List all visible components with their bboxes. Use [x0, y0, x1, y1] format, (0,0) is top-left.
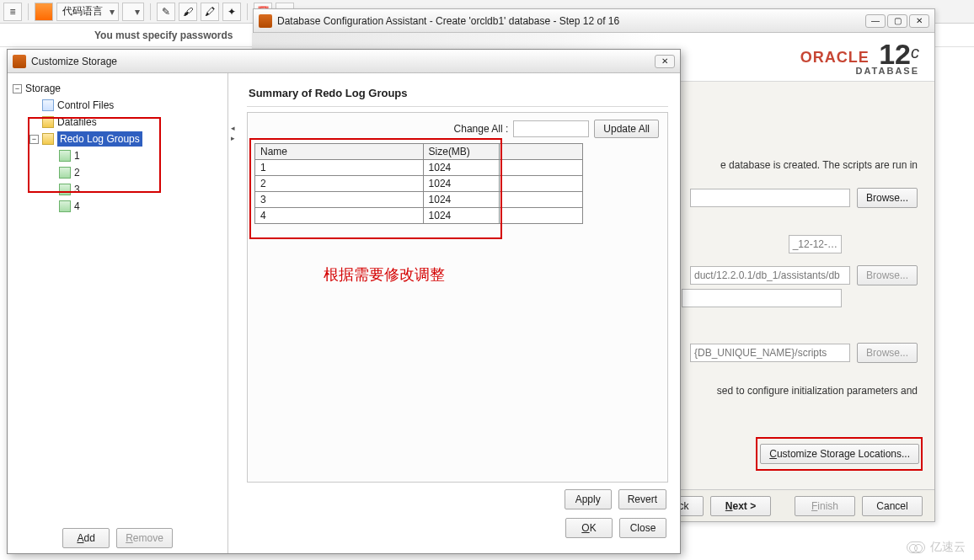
toolbar-color-icon[interactable]	[35, 3, 53, 21]
instruction-text: You must specify passwords	[94, 29, 233, 41]
revert-button[interactable]: Revert	[618, 489, 666, 509]
folder-icon	[42, 133, 54, 145]
dbca-field-date: _12-12-…	[789, 235, 842, 253]
finish-button[interactable]: Finish	[795, 496, 855, 516]
storage-tree[interactable]: − Storage Control Files Datafiles	[13, 80, 222, 215]
java-icon	[13, 55, 26, 68]
rlg-1-label: 1	[74, 148, 80, 163]
watermark-text: 亿速云	[930, 540, 966, 555]
cancel-button[interactable]: Cancel	[862, 496, 923, 516]
file-icon	[42, 99, 54, 111]
dbca-field-blank[interactable]	[682, 289, 842, 307]
change-all-input[interactable]	[513, 120, 589, 137]
rlg-children: 1 2 3 4	[46, 147, 222, 215]
watermark-icon	[907, 541, 925, 553]
oracle-brand: ORACLE	[800, 49, 870, 66]
language-combo[interactable]: 代码语言	[56, 3, 119, 21]
rlg-3-label: 3	[74, 182, 80, 197]
log-group-icon	[59, 184, 71, 195]
remove-button[interactable]: Remove	[116, 528, 173, 548]
storage-tree-pane: − Storage Control Files Datafiles	[8, 73, 228, 553]
annotation-text: 根据需要修改调整	[324, 264, 445, 285]
cstor-close-button[interactable]: ✕	[655, 55, 675, 68]
java-icon	[259, 14, 272, 28]
dbca-text-2: sed to configure initialization paramete…	[717, 385, 918, 397]
tree-control-files[interactable]: Control Files	[29, 97, 222, 114]
collapse-icon[interactable]: −	[13, 84, 22, 93]
add-button[interactable]: Add	[62, 528, 110, 548]
apply-button[interactable]: Apply	[565, 489, 612, 509]
brush-icon[interactable]: 🖌	[179, 3, 197, 21]
table-row: 11024	[255, 160, 583, 176]
change-all-label: Change All :	[454, 123, 509, 135]
tree-root-label: Storage	[25, 81, 61, 96]
dbca-field-path2[interactable]: {DB_UNIQUE_NAME}/scripts	[690, 344, 850, 362]
oracle-suffix: c	[911, 43, 919, 61]
browse-button-2[interactable]: Browse...	[857, 265, 918, 285]
dbca-input-1[interactable]	[690, 189, 850, 207]
maximize-button[interactable]: ▢	[887, 14, 907, 28]
tree-rlg-4[interactable]: 4	[46, 198, 222, 215]
browse-button-1[interactable]: Browse...	[857, 188, 918, 208]
oracle-version: 12	[879, 38, 911, 70]
watermark: 亿速云	[907, 540, 966, 555]
dbca-titlebar[interactable]: Database Configuration Assistant - Creat…	[254, 9, 934, 33]
eraser-icon[interactable]: ✎	[157, 3, 175, 21]
tree-redo-log-groups[interactable]: − Redo Log Groups	[29, 131, 222, 147]
log-group-icon	[59, 167, 71, 179]
rlg-2-label: 2	[74, 165, 80, 180]
datafiles-label: Datafiles	[57, 115, 97, 130]
log-group-icon	[59, 200, 71, 212]
rlg-4-label: 4	[74, 199, 80, 214]
tree-rlg-2[interactable]: 2	[46, 164, 222, 181]
tree-rlg-1[interactable]: 1	[46, 147, 222, 164]
control-files-label: Control Files	[57, 98, 114, 113]
table-row: 31024	[255, 192, 583, 208]
minimize-button[interactable]: —	[865, 14, 886, 28]
toolbar-icon[interactable]: ≡	[3, 3, 22, 21]
customize-storage-button[interactable]: Customize Storage Locations...	[760, 444, 919, 464]
tree-rlg-3[interactable]: 3	[46, 181, 222, 198]
close-button[interactable]: Close	[619, 518, 666, 538]
col-name: Name	[255, 144, 424, 160]
panel-title: Summary of Redo Log Groups	[247, 82, 668, 107]
col-blank	[500, 144, 583, 160]
folder-icon	[42, 116, 54, 128]
cstor-titlebar[interactable]: Customize Storage ✕	[8, 50, 680, 73]
redo-log-groups-label: Redo Log Groups	[57, 131, 142, 147]
log-group-icon	[59, 150, 71, 162]
paint-icon[interactable]: 🖍	[201, 3, 219, 21]
dbca-text-1: e database is created. The scripts are r…	[720, 159, 918, 171]
tree-storage-root[interactable]: − Storage	[13, 80, 222, 97]
update-all-button[interactable]: Update All	[594, 120, 659, 138]
tree-datafiles[interactable]: Datafiles	[29, 114, 222, 131]
ok-button[interactable]: OK	[565, 518, 613, 538]
cstor-title: Customize Storage	[31, 56, 117, 67]
next-button[interactable]: Next >	[710, 496, 771, 516]
col-size: Size(MB)	[423, 144, 500, 160]
collapse-icon[interactable]: −	[29, 135, 39, 144]
panel-inner: Change All : Update All Name Size(MB) 11…	[247, 112, 668, 483]
browse-button-3[interactable]: Browse...	[857, 343, 918, 363]
close-window-button[interactable]: ✕	[909, 14, 929, 28]
dbca-field-path1[interactable]: duct/12.2.0.1/db_1/assistants/db	[690, 266, 850, 285]
code-combo[interactable]	[122, 3, 144, 21]
dbca-title: Database Configuration Assistant - Creat…	[277, 15, 619, 27]
table-row: 21024	[255, 176, 583, 192]
redo-summary-pane: Summary of Redo Log Groups Change All : …	[228, 73, 680, 553]
customize-storage-window: Customize Storage ✕ − Storage Control	[7, 49, 681, 554]
table-row: 41024	[255, 208, 583, 224]
language-combo-label: 代码语言	[62, 4, 103, 19]
redo-table[interactable]: Name Size(MB) 11024 21024 31024 41024	[254, 143, 583, 224]
misc-icon[interactable]: ✦	[222, 3, 241, 21]
